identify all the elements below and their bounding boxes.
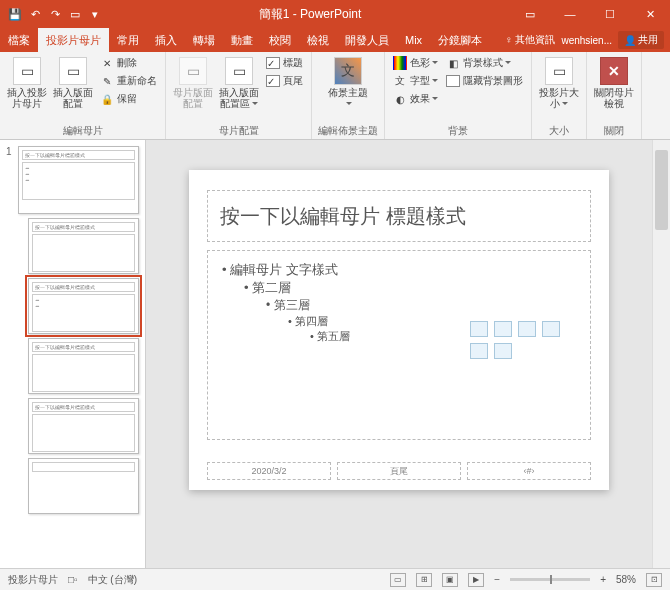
layout-thumbnail-1[interactable]: 按一下以編輯母片標題樣式 [28, 218, 139, 274]
redo-icon[interactable]: ↷ [46, 5, 64, 23]
title-checkbox[interactable]: ✓標題 [264, 55, 305, 71]
group-label-close: 關閉 [593, 124, 635, 139]
tab-transitions[interactable]: 轉場 [185, 28, 223, 52]
status-bar: 投影片母片 □▫ 中文 (台灣) ▭ ⊞ ▣ ▶ − + 58% ⊡ [0, 568, 670, 590]
layout-thumbnail-4[interactable]: 按一下以編輯母片標題樣式 [28, 398, 139, 454]
close-master-view-button[interactable]: ✕關閉母片檢視 [593, 55, 635, 109]
insert-placeholder-button[interactable]: ▭插入版面配置區 [218, 55, 260, 109]
ribbon-options-icon[interactable]: ▭ [510, 0, 550, 28]
thumbnail-panel: 1 按一下以編輯母片標題樣式 ·━·━·━ 按一下以編輯母片標題樣式 按一下以編… [0, 140, 146, 568]
tab-animations[interactable]: 動畫 [223, 28, 261, 52]
normal-view-button[interactable]: ▭ [390, 573, 406, 587]
tab-review[interactable]: 校閱 [261, 28, 299, 52]
footers-checkbox[interactable]: ✓頁尾 [264, 73, 305, 89]
start-slideshow-icon[interactable]: ▭ [66, 5, 84, 23]
tell-me[interactable]: ♀ 其他資訊 [505, 33, 555, 47]
minimize-button[interactable]: — [550, 0, 590, 28]
themes-button[interactable]: 文佈景主題 [327, 55, 369, 109]
undo-icon[interactable]: ↶ [26, 5, 44, 23]
language-status[interactable]: 中文 (台灣) [88, 573, 137, 587]
zoom-slider[interactable] [510, 578, 590, 581]
master-layout-button[interactable]: ▭母片版面配置 [172, 55, 214, 109]
account-name[interactable]: wenhsien... [561, 35, 612, 46]
preserve-button[interactable]: 🔒保留 [98, 91, 159, 107]
tab-home[interactable]: 常用 [109, 28, 147, 52]
maximize-button[interactable]: ☐ [590, 0, 630, 28]
master-number: 1 [6, 146, 14, 157]
tab-developer[interactable]: 開發人員 [337, 28, 397, 52]
effects-button[interactable]: ◐效果 [391, 91, 440, 107]
vertical-scrollbar[interactable] [652, 140, 670, 568]
hide-bg-checkbox[interactable]: 隱藏背景圖形 [444, 73, 525, 89]
pagenum-placeholder[interactable]: ‹#› [467, 462, 591, 480]
layout-thumbnail-5[interactable] [28, 458, 139, 514]
qat-customize-icon[interactable]: ▾ [86, 5, 104, 23]
accessibility-icon[interactable]: □▫ [68, 574, 78, 585]
tab-file[interactable]: 檔案 [0, 28, 38, 52]
master-thumbnail[interactable]: 按一下以編輯母片標題樣式 ·━·━·━ [18, 146, 139, 214]
insert-slide-master-button[interactable]: ▭插入投影片母片 [6, 55, 48, 109]
table-icon[interactable] [470, 321, 488, 337]
picture-icon[interactable] [542, 321, 560, 337]
tab-view[interactable]: 檢視 [299, 28, 337, 52]
layout-thumbnail-2[interactable]: 按一下以編輯母片標題樣式·━·━ [28, 278, 139, 334]
group-label-background: 背景 [391, 124, 525, 139]
view-status: 投影片母片 [8, 573, 58, 587]
title-placeholder[interactable]: 按一下以編輯母片 標題樣式 [207, 190, 591, 242]
footer-placeholder[interactable]: 頁尾 [337, 462, 461, 480]
reading-view-button[interactable]: ▣ [442, 573, 458, 587]
slide-canvas[interactable]: 按一下以編輯母片 標題樣式 編輯母片 文字樣式 第二層 第三層 第四層 第五層 … [189, 170, 609, 490]
group-label-edit-master: 編輯母片 [6, 124, 159, 139]
tab-slide-master[interactable]: 投影片母片 [38, 28, 109, 52]
content-placeholder-icons[interactable] [470, 321, 560, 359]
rename-button[interactable]: ✎重新命名 [98, 73, 159, 89]
close-button[interactable]: ✕ [630, 0, 670, 28]
body-placeholder[interactable]: 編輯母片 文字樣式 第二層 第三層 第四層 第五層 [207, 250, 591, 440]
slide-editor[interactable]: 按一下以編輯母片 標題樣式 編輯母片 文字樣式 第二層 第三層 第四層 第五層 … [146, 140, 652, 568]
online-picture-icon[interactable] [470, 343, 488, 359]
tab-insert[interactable]: 插入 [147, 28, 185, 52]
group-label-master-layout: 母片配置 [172, 124, 305, 139]
share-button[interactable]: 👤 共用 [618, 31, 664, 49]
slide-size-button[interactable]: ▭投影片大小 [538, 55, 580, 109]
group-label-size: 大小 [538, 124, 580, 139]
zoom-percent[interactable]: 58% [616, 574, 636, 585]
colors-button[interactable]: 色彩 [391, 55, 440, 71]
zoom-in-button[interactable]: + [600, 574, 606, 585]
insert-layout-button[interactable]: ▭插入版面配置 [52, 55, 94, 109]
tab-mix[interactable]: Mix [397, 28, 430, 52]
fit-window-button[interactable]: ⊡ [646, 573, 662, 587]
delete-button[interactable]: ✕刪除 [98, 55, 159, 71]
window-title: 簡報1 - PowerPoint [110, 6, 510, 23]
zoom-out-button[interactable]: − [494, 574, 500, 585]
tab-storyboard[interactable]: 分鏡腳本 [430, 28, 490, 52]
layout-thumbnail-3[interactable]: 按一下以編輯母片標題樣式 [28, 338, 139, 394]
chart-icon[interactable] [494, 321, 512, 337]
group-label-theme: 編輯佈景主題 [318, 124, 378, 139]
fonts-button[interactable]: 文字型 [391, 73, 440, 89]
sorter-view-button[interactable]: ⊞ [416, 573, 432, 587]
smartart-icon[interactable] [518, 321, 536, 337]
save-icon[interactable]: 💾 [6, 5, 24, 23]
date-placeholder[interactable]: 2020/3/2 [207, 462, 331, 480]
ribbon: ▭插入投影片母片 ▭插入版面配置 ✕刪除 ✎重新命名 🔒保留 編輯母片 ▭母片版… [0, 52, 670, 140]
background-styles-button[interactable]: ◧背景樣式 [444, 55, 525, 71]
video-icon[interactable] [494, 343, 512, 359]
slideshow-view-button[interactable]: ▶ [468, 573, 484, 587]
